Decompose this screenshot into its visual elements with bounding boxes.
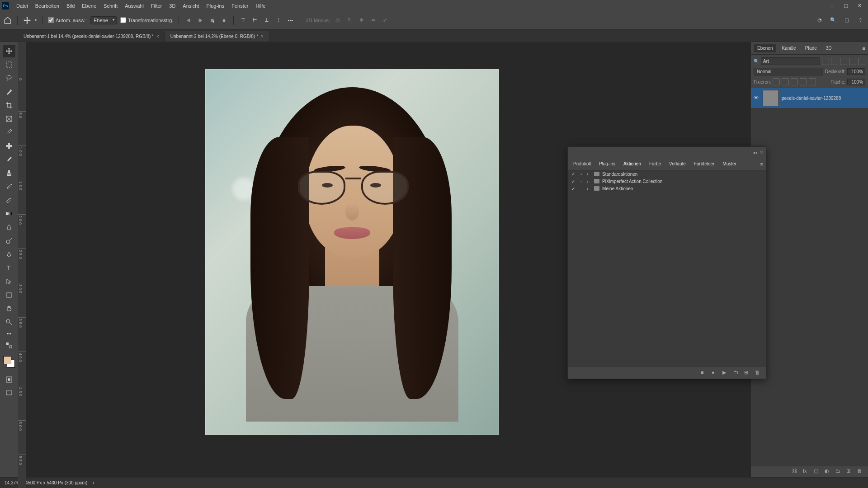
align-bottom-icon[interactable]: ⊥ [263, 16, 271, 24]
record-action-icon[interactable]: ● [712, 370, 718, 376]
menu-ebene[interactable]: Ebene [78, 1, 100, 10]
align-top-icon[interactable]: ⊤ [239, 16, 247, 24]
eyedropper-tool[interactable] [3, 126, 15, 139]
home-icon[interactable] [4, 16, 12, 24]
menu-schrift[interactable]: Schrift [100, 1, 121, 10]
delete-action-icon[interactable]: 🗑 [755, 370, 761, 376]
lock-all-icon[interactable] [809, 78, 816, 85]
layer-fx-icon[interactable]: fx [803, 468, 810, 475]
stop-action-icon[interactable]: ■ [701, 370, 707, 376]
action-check-icon[interactable]: ✓ [571, 186, 576, 191]
collapse-panel-icon[interactable]: ◂◂ [753, 150, 757, 155]
filter-smart-icon[interactable] [858, 58, 865, 65]
distribute-h-icon[interactable]: ≡ [220, 16, 228, 24]
visibility-toggle-icon[interactable]: 👁 [754, 95, 760, 101]
adjustment-layer-icon[interactable]: ◐ [825, 468, 832, 475]
eraser-tool[interactable] [3, 194, 15, 206]
blur-tool[interactable] [3, 221, 15, 234]
distribute-v-icon[interactable]: ⋮ [274, 16, 283, 24]
tab-verlaeufe[interactable]: Verläufe [666, 160, 689, 168]
expand-icon[interactable]: › [587, 186, 591, 191]
layer-dropdown[interactable]: Ebene [90, 16, 117, 24]
layer-filter-dropdown[interactable]: Art [761, 57, 820, 65]
menu-3d[interactable]: 3D [165, 1, 179, 10]
document-tab-1[interactable]: Unbenannt-1 bei 14,4% (pexels-daniel-xav… [18, 31, 165, 42]
auto-select-checkbox[interactable]: Autom. ausw.: [48, 17, 87, 23]
more-align-icon[interactable]: ••• [286, 16, 294, 24]
tab-farbe[interactable]: Farbe [646, 160, 664, 168]
filter-pixel-icon[interactable] [822, 58, 829, 65]
search-icon[interactable]: 🔍 [829, 16, 837, 24]
path-select-tool[interactable] [3, 275, 15, 288]
ruler-origin[interactable] [18, 42, 26, 50]
healing-tool[interactable] [3, 140, 15, 152]
close-tab-icon[interactable]: × [261, 34, 264, 39]
delete-layer-icon[interactable]: 🗑 [857, 468, 864, 475]
fill-value[interactable]: 100% [847, 79, 865, 85]
close-tab-icon[interactable]: × [156, 34, 159, 39]
move-tool[interactable] [3, 45, 15, 57]
layer-mask-icon[interactable]: ▢ [814, 468, 821, 475]
dodge-tool[interactable] [3, 235, 15, 247]
tab-pfade[interactable]: Pfade [802, 44, 821, 52]
close-window-button[interactable]: ✕ [853, 1, 866, 10]
menu-filter[interactable]: Filter [147, 1, 165, 10]
hand-tool[interactable] [3, 302, 15, 315]
zoom-tool[interactable] [3, 316, 15, 328]
menu-auswahl[interactable]: Auswahl [121, 1, 147, 10]
layer-group-icon[interactable]: 🗀 [835, 468, 843, 475]
quick-mask-icon[interactable] [3, 373, 15, 386]
magic-wand-tool[interactable] [3, 85, 15, 98]
marquee-tool[interactable] [3, 58, 15, 71]
tab-3d[interactable]: 3D [822, 44, 835, 52]
align-right-icon[interactable]: ⫹ [208, 16, 216, 24]
tab-ebenen[interactable]: Ebenen [754, 44, 776, 52]
menu-bearbeiten[interactable]: Bearbeiten [32, 1, 63, 10]
layer-thumbnail[interactable] [763, 90, 779, 106]
frame-tool[interactable] [3, 113, 15, 125]
edit-toolbar-icon[interactable] [3, 339, 15, 352]
ruler-vertical[interactable]: 5 005 01 0 01 5 02 0 02 5 03 0 03 5 04 0… [18, 42, 26, 488]
panel-menu-icon[interactable]: ≡ [863, 46, 865, 51]
transform-controls-checkbox[interactable]: Transformationsstrg. [120, 17, 173, 23]
cloud-docs-icon[interactable]: ◔ [816, 16, 824, 24]
action-set-row[interactable]: ✓ ▫ › PiXimperfect Action Collection [568, 178, 766, 185]
lock-transparent-icon[interactable] [773, 78, 780, 85]
filter-shape-icon[interactable] [849, 58, 856, 65]
new-action-icon[interactable]: ⊞ [744, 370, 750, 376]
action-check-icon[interactable]: ✓ [571, 178, 576, 184]
type-tool[interactable]: T [3, 262, 15, 274]
more-tools-icon[interactable]: ••• [7, 331, 12, 336]
tab-kanaele[interactable]: Kanäle [778, 44, 799, 52]
tab-farbfelder[interactable]: Farbfelder [691, 160, 717, 168]
align-left-icon[interactable]: ⫷ [184, 16, 193, 24]
workspace-icon[interactable]: ▢ [843, 16, 851, 24]
share-icon[interactable]: ⇧ [856, 16, 864, 24]
tab-aktionen[interactable]: Aktionen [621, 160, 644, 168]
filter-adjust-icon[interactable] [831, 58, 838, 65]
action-dialog-toggle-icon[interactable]: ▫ [579, 178, 584, 184]
expand-icon[interactable]: › [587, 179, 591, 184]
align-center-v-icon[interactable]: ⊢ [251, 16, 259, 24]
lock-artboard-icon[interactable] [800, 78, 807, 85]
gradient-tool[interactable] [3, 207, 15, 220]
expand-icon[interactable]: › [587, 172, 591, 177]
panel-menu-icon[interactable]: ≡ [760, 161, 763, 167]
menu-bild[interactable]: Bild [63, 1, 78, 10]
tab-protokoll[interactable]: Protokoll [571, 160, 594, 168]
action-set-row[interactable]: ✓ ▫ › Standardaktionen [568, 170, 766, 178]
actions-panel[interactable]: ◂◂ × Protokoll Plug-ins Aktionen Farbe V… [567, 146, 766, 379]
document-tab-2[interactable]: Unbenannt-2 bei 14,2% (Ebene 0, RGB/8) *… [165, 31, 269, 42]
blend-mode-dropdown[interactable]: Normal [754, 68, 823, 75]
shape-tool[interactable] [3, 289, 15, 301]
tab-plugins[interactable]: Plug-ins [596, 160, 618, 168]
new-layer-icon[interactable]: ⊞ [846, 468, 854, 475]
opacity-value[interactable]: 100% [847, 68, 865, 75]
action-dialog-toggle-icon[interactable]: ▫ [579, 171, 584, 177]
screen-mode-icon[interactable] [3, 387, 15, 399]
stamp-tool[interactable] [3, 167, 15, 179]
align-center-h-icon[interactable]: ⫸ [196, 16, 204, 24]
menu-fenster[interactable]: Fenster [228, 1, 252, 10]
color-swatches[interactable] [3, 356, 15, 368]
menu-datei[interactable]: Datei [13, 1, 32, 10]
